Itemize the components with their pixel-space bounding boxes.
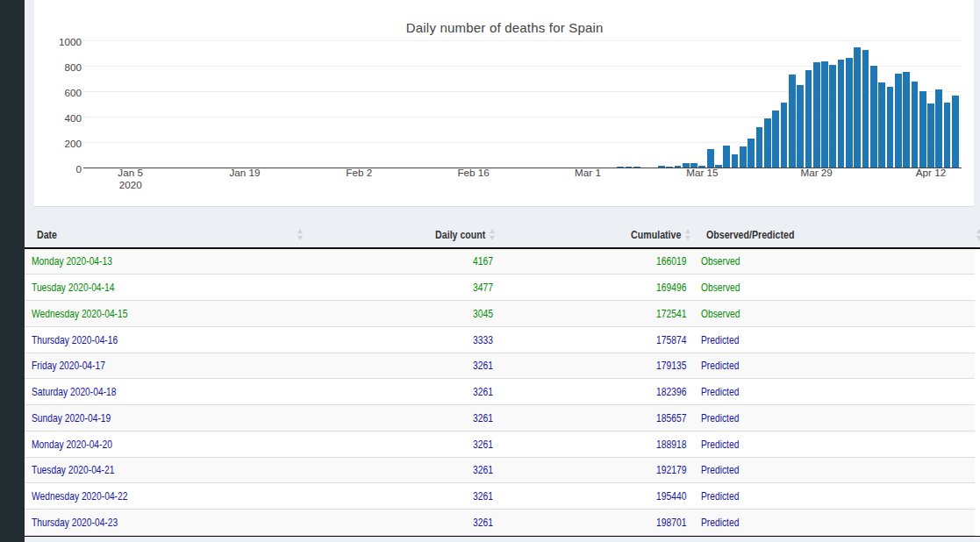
svg-text:Mar 1: Mar 1 (575, 167, 601, 178)
svg-text:800: 800 (64, 61, 82, 73)
svg-text:Feb 16: Feb 16 (457, 167, 489, 178)
svg-text:400: 400 (64, 112, 82, 124)
svg-text:0: 0 (75, 163, 82, 175)
svg-text:200: 200 (64, 138, 82, 149)
svg-text:Apr 12: Apr 12 (916, 167, 946, 178)
svg-text:1000: 1000 (59, 36, 82, 47)
svg-text:Jan 5: Jan 5 (118, 167, 143, 178)
svg-text:600: 600 (64, 87, 82, 98)
svg-text:Feb 2: Feb 2 (346, 167, 372, 178)
svg-text:Mar 15: Mar 15 (686, 167, 719, 178)
svg-text:Jan 19: Jan 19 (229, 167, 260, 178)
svg-text:Mar 29: Mar 29 (800, 167, 832, 178)
svg-text:2020: 2020 (119, 179, 143, 190)
